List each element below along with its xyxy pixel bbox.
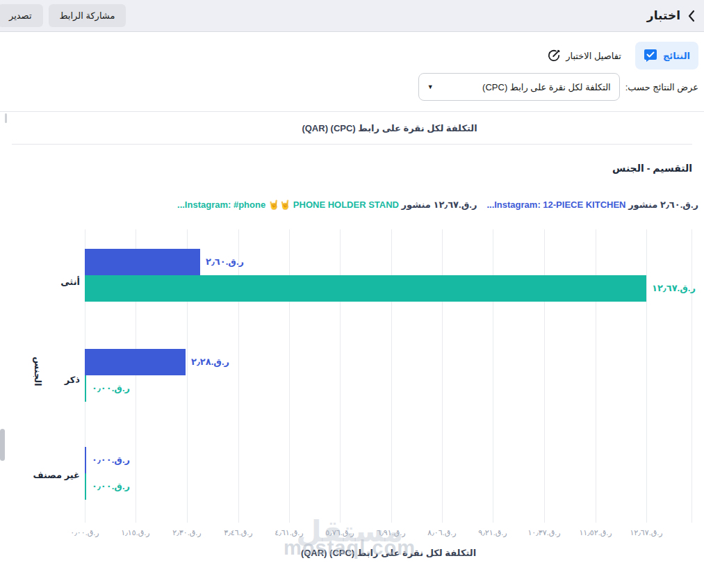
topbar-actions: مشاركة الرابط تصدير bbox=[8, 4, 126, 27]
x-axis-tick-label: ر.ق.٢٫٣٠ bbox=[159, 528, 215, 537]
gridline bbox=[691, 229, 692, 523]
filter-label: عرض النتائج حسب: bbox=[625, 82, 698, 92]
x-axis-tick-label: ر.ق.٠٫٠٠ bbox=[57, 528, 113, 537]
divider bbox=[12, 144, 692, 145]
bar-value-label: ر.ق.٢٫٢٨ bbox=[191, 349, 229, 375]
scrollbar-mark bbox=[5, 113, 7, 123]
x-axis-tick-label: ر.ق.٤٫٦١ bbox=[261, 528, 317, 537]
gridline bbox=[391, 229, 392, 523]
y-axis-title: الجنس bbox=[33, 357, 43, 386]
gridline bbox=[544, 229, 545, 523]
export-button[interactable]: تصدير bbox=[0, 4, 43, 27]
bar-value-label: ر.ق.٠٫٠٠ bbox=[92, 375, 130, 402]
results-check-bubble-icon bbox=[644, 49, 657, 63]
legend-value-prefix: ر.ق.٢٫٦٠ منشور bbox=[628, 199, 698, 210]
category-label-male: ذكر bbox=[65, 375, 80, 385]
x-axis-tick-label: ر.ق.٦٫٩١ bbox=[363, 528, 419, 537]
bar-value-label: ر.ق.٠٫٠٠ bbox=[92, 473, 130, 500]
gridline bbox=[596, 229, 596, 523]
chart-bar-female-kitchen[interactable] bbox=[85, 249, 200, 275]
breakdown-section-title: التقسيم - الجنس bbox=[612, 163, 692, 174]
chart-bar-unclassified-phone-holder[interactable] bbox=[85, 473, 86, 500]
x-axis-tick-label: ر.ق.١٢٫٦٧ bbox=[619, 528, 674, 537]
chart-bar-male-kitchen[interactable] bbox=[85, 349, 186, 375]
chart-bar-unclassified-kitchen[interactable] bbox=[85, 447, 86, 473]
x-axis-tick-label: ر.ق.١١٫٥٢ bbox=[568, 528, 623, 537]
scrollbar-thumb[interactable] bbox=[0, 429, 5, 461]
tab-test-details-label: تفاصيل الاختبار bbox=[566, 51, 621, 61]
x-axis-tick-label: ر.ق.٥٫٧٦ bbox=[312, 528, 368, 537]
legend-post-name: Instagram: 12-PIECE KITCHEN... bbox=[486, 199, 625, 210]
gridline bbox=[493, 229, 493, 523]
category-label-unclassified: غير مصنف bbox=[33, 470, 80, 480]
tab-results[interactable]: النتائج bbox=[635, 42, 698, 70]
filter-row: عرض النتائج حسب: التكلفة لكل نقرة على را… bbox=[418, 72, 698, 101]
x-axis-title: التكلفة لكل نقرة على رابط (CPC) (QAR) bbox=[85, 548, 692, 558]
topbar-title-group: اختبار bbox=[647, 8, 696, 23]
page-title: اختبار bbox=[647, 8, 680, 23]
share-link-button[interactable]: مشاركة الرابط bbox=[49, 4, 126, 27]
chart-bar-male-phone-holder[interactable] bbox=[85, 375, 86, 402]
bar-value-label: ر.ق.٠٫٠٠ bbox=[92, 447, 130, 473]
back-chevron-icon[interactable] bbox=[687, 10, 696, 22]
gridline bbox=[442, 229, 443, 523]
metric-header-label: التكلفة لكل نقرة على رابط (CPC) (QAR) bbox=[302, 123, 477, 133]
bar-value-label: ر.ق.١٢٫٦٧ bbox=[652, 275, 696, 302]
edit-gauge-icon bbox=[547, 49, 561, 63]
gridline bbox=[646, 229, 647, 523]
legend-post-name: Instagram: #phone 🤘🤘 PHONE HOLDER STAND.… bbox=[177, 199, 399, 210]
chevron-down-icon: ▼ bbox=[427, 83, 434, 90]
metric-header-strip: التكلفة لكل نقرة على رابط (CPC) (QAR) bbox=[0, 112, 704, 144]
x-axis-tick-label: ر.ق.١٫١٥ bbox=[108, 528, 163, 537]
bar-chart-plot: ر.ق.٢٫٦٠ ر.ق.١٢٫٦٧ ر.ق.٢٫٢٨ ر.ق.٠٫٠٠ ر.ق… bbox=[85, 229, 692, 523]
tab-test-details[interactable]: تفاصيل الاختبار bbox=[547, 49, 621, 63]
gridline bbox=[340, 229, 341, 523]
x-axis-tick-label: ر.ق.٩٫٢١ bbox=[465, 528, 521, 537]
bar-value-label: ر.ق.٢٫٦٠ bbox=[206, 249, 244, 275]
topbar: اختبار مشاركة الرابط تصدير bbox=[0, 0, 704, 32]
x-axis-tick-label: ر.ق.٨٫٠٦ bbox=[414, 528, 470, 537]
metric-dropdown[interactable]: التكلفة لكل نقرة على رابط (CPC) ▼ bbox=[418, 73, 620, 101]
x-axis-tick-label: ر.ق.١٠٫٣٧ bbox=[516, 528, 572, 537]
tab-results-label: النتائج bbox=[663, 51, 690, 61]
chart-bar-female-phone-holder[interactable] bbox=[85, 275, 646, 302]
x-axis-tick-label: ر.ق.٣٫٤٦ bbox=[211, 528, 266, 537]
test-results-page: { "topbar": { "title": "اختبار", "share_… bbox=[0, 0, 704, 588]
chart-legend: ر.ق.٢٫٦٠ منشور Instagram: 12-PIECE KITCH… bbox=[6, 199, 698, 210]
metric-dropdown-value: التكلفة لكل نقرة على رابط (CPC) bbox=[482, 82, 611, 92]
tab-row: النتائج تفاصيل الاختبار bbox=[0, 40, 698, 71]
legend-item-kitchen-post[interactable]: ر.ق.٢٫٦٠ منشور Instagram: 12-PIECE KITCH… bbox=[486, 199, 698, 210]
legend-value-prefix: ر.ق.١٢٫٦٧ منشور bbox=[402, 199, 477, 210]
legend-item-phone-holder-post[interactable]: ر.ق.١٢٫٦٧ منشور Instagram: #phone 🤘🤘 PHO… bbox=[177, 199, 477, 210]
gridline bbox=[289, 229, 290, 523]
category-label-female: أنثى bbox=[60, 277, 80, 287]
